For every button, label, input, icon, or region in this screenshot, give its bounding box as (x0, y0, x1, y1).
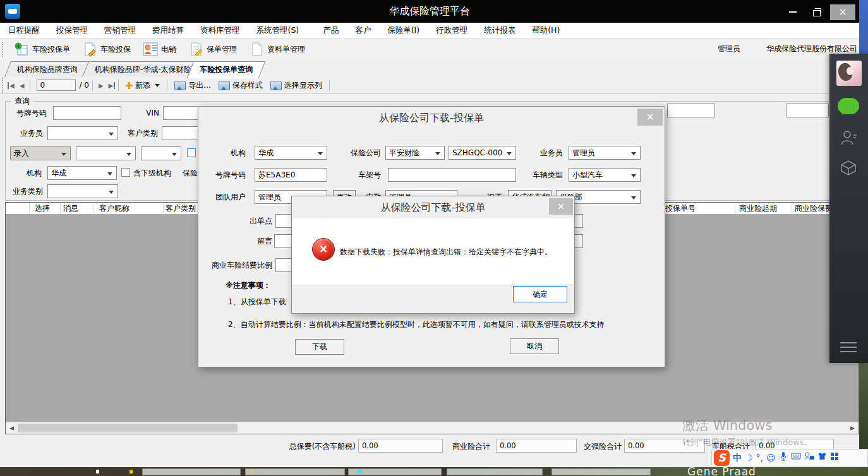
ime-emoji-icon[interactable]: ☺ (766, 449, 776, 467)
menu-item-8[interactable]: 保险单(I) (379, 23, 428, 38)
dl-insurer-select[interactable]: 平安财险 (385, 146, 445, 160)
org-select[interactable]: 华成 (47, 166, 117, 180)
menu-item-5[interactable]: 系统管理(S) (248, 23, 308, 38)
menu-item-3[interactable]: 费用结算 (144, 23, 192, 38)
include-sub-org-checkbox[interactable] (121, 168, 130, 177)
menu-item-1[interactable]: 投保管理 (48, 23, 96, 38)
next-record-icon[interactable]: ▶ (96, 82, 106, 89)
col-header-select[interactable]: 选择 (35, 203, 50, 214)
toolbar-telesales-button[interactable]: 电销 (136, 40, 182, 59)
query-right-input-2[interactable] (786, 104, 829, 117)
error-dialog-close-icon[interactable]: × (549, 198, 573, 215)
toolbar-grip (2, 42, 3, 57)
taskbar-button[interactable] (245, 468, 345, 475)
separator (30, 80, 30, 91)
menu-hamburger-icon[interactable] (840, 342, 857, 355)
choose-columns-button[interactable]: 选择显示列 (267, 80, 326, 91)
toolbar-car-policy-list-button[interactable]: 车险投保单 (8, 40, 76, 59)
ime-toolbox-grid-icon[interactable] (830, 449, 839, 467)
taskbar-icon[interactable] (358, 470, 361, 473)
car-policy-list-icon (13, 41, 30, 57)
toolbar-policy-manage-button[interactable]: 保单管理 (182, 40, 243, 59)
menu-item-7[interactable]: 客户 (347, 23, 379, 38)
menu-item-9[interactable]: 行政管理 (428, 23, 476, 38)
tab-brand-query[interactable]: 机构保险品牌查询 (4, 61, 90, 77)
dl-vehicle-type-select[interactable]: 小型汽车 (569, 168, 641, 182)
entry-type-select[interactable]: 录入 (10, 146, 71, 160)
ime-skin-icon[interactable] (817, 449, 827, 467)
ime-fullwidth-moon-icon[interactable]: ☽ (745, 449, 753, 467)
scrollbar-thumb[interactable] (18, 424, 238, 432)
prev-record-icon[interactable]: ◀ (17, 82, 27, 89)
sogou-logo-icon[interactable]: S (714, 450, 730, 466)
save-style-button[interactable]: 保存样式 (215, 80, 267, 91)
ime-service-icon[interactable] (804, 449, 814, 467)
col-header-policy-no[interactable]: 投保单号 (665, 203, 696, 214)
dl-commercial-ratio-input[interactable] (275, 258, 292, 272)
taskbar-icon[interactable] (251, 470, 254, 473)
chat-bubble-icon[interactable] (838, 98, 859, 114)
customer-type-label: 客户类别 (124, 126, 158, 140)
ime-chinese-mode-icon[interactable]: 中 (733, 449, 742, 467)
dl-download-button[interactable]: 下载 (295, 339, 344, 355)
col-header-customer-name[interactable]: 客户昵称 (99, 203, 130, 214)
menu-item-10[interactable]: 统计报表 (476, 23, 524, 38)
taskbar-button[interactable] (447, 468, 543, 475)
date-range-checkbox[interactable] (187, 148, 196, 157)
col-header-message[interactable]: 消息 (63, 203, 78, 214)
include-sub-org-label: 含下级机构 (133, 166, 171, 180)
export-button[interactable]: 导出... (171, 80, 214, 91)
first-record-icon[interactable]: ◀ (8, 82, 17, 89)
tab-brand-huacheng-taibao[interactable]: 机构保险品牌-华成-太保财险 (82, 61, 204, 77)
agent-select[interactable] (47, 126, 118, 140)
last-record-icon[interactable]: ▶ (106, 82, 116, 89)
col-header-commercial-start[interactable]: 商业险起期 (739, 203, 777, 214)
menu-item-0[interactable]: 日程提醒 (0, 23, 48, 38)
avatar[interactable] (836, 61, 862, 86)
minimize-button[interactable] (782, 4, 804, 20)
error-dialog-title: 从保险公司下载-投保单 (292, 196, 574, 218)
dl-cancel-button[interactable]: 取消 (510, 338, 559, 354)
dl-plate-input[interactable]: 苏E5A3E0 (255, 168, 327, 182)
menu-item-11[interactable]: 帮助(H) (524, 23, 568, 38)
taskbar-icon[interactable] (96, 470, 99, 473)
maximize-button[interactable] (806, 4, 828, 20)
collections-cube-icon[interactable] (839, 158, 858, 179)
close-button[interactable]: × (830, 4, 855, 20)
menu-item-4[interactable]: 资料库管理 (192, 23, 248, 38)
col-header-customer-type[interactable]: 客户类别 (166, 203, 196, 214)
scroll-left-icon[interactable]: ◀ (6, 423, 17, 433)
taskbar-button[interactable] (552, 468, 651, 475)
add-button[interactable]: 新添 (122, 80, 164, 91)
dl-insurer-code-select[interactable]: SZHGQC-000 (449, 146, 516, 160)
download-dialog-close-icon[interactable]: × (637, 109, 663, 126)
ime-mic-icon[interactable] (779, 449, 788, 467)
menu-item-6[interactable]: 产品 (315, 23, 347, 38)
business-type-select[interactable] (47, 184, 118, 198)
plus-icon (126, 82, 133, 89)
toolbar-car-insure-button[interactable]: 车险投保 (76, 40, 136, 59)
commercial-total-value: 0.00 (496, 439, 577, 453)
ime-keyboard-icon[interactable] (791, 449, 801, 467)
record-number-input[interactable]: 0 (37, 80, 76, 91)
contacts-icon[interactable] (839, 128, 858, 149)
menu-item-2[interactable]: 营销管理 (96, 23, 144, 38)
taskbar-button[interactable] (348, 468, 442, 475)
separator (92, 80, 93, 91)
plate-number-input[interactable] (53, 106, 121, 120)
ime-punctuation-icon[interactable]: °, (756, 449, 763, 467)
dl-agent-select[interactable]: 管理员 (569, 146, 641, 160)
tab-car-policy-query[interactable]: 车险投保单查询 (187, 61, 266, 78)
date-to-select[interactable] (141, 146, 181, 160)
taskbar-button[interactable] (142, 468, 241, 475)
col-header-commercial-premium[interactable]: 商业险保费 (795, 203, 833, 214)
toolbar-document-manage-button[interactable]: 资料单管理 (243, 40, 311, 59)
query-right-input-1[interactable] (667, 104, 715, 117)
date-from-select[interactable] (76, 146, 136, 160)
dl-org-select[interactable]: 华成 (255, 146, 327, 160)
taskbar-icon[interactable] (130, 470, 133, 473)
dl-vin-input[interactable] (388, 168, 516, 182)
error-ok-button[interactable]: 确定 (513, 286, 567, 302)
dl-insurer-label: 保险公司 (333, 146, 381, 160)
scroll-right-icon[interactable]: ▶ (847, 423, 858, 433)
